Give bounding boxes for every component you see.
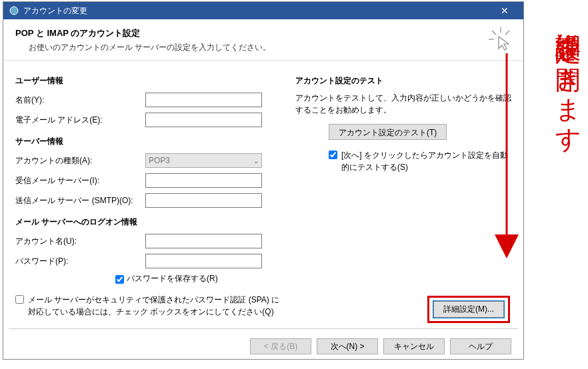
app-icon bbox=[9, 5, 19, 16]
test-heading: アカウント設定のテスト bbox=[295, 75, 511, 87]
svg-line-2 bbox=[492, 31, 496, 35]
titlebar: アカウントの変更 ✕ bbox=[3, 2, 523, 19]
right-column: アカウント設定のテスト アカウントをテストして、入力内容が正しいかどうかを確認す… bbox=[295, 73, 511, 322]
account-type-select: POP3 ⌄ bbox=[145, 153, 262, 168]
account-change-dialog: アカウントの変更 ✕ POP と IMAP のアカウント設定 お使いのアカウント… bbox=[3, 1, 524, 360]
help-button[interactable]: ヘルプ bbox=[450, 338, 511, 354]
advanced-settings-button[interactable]: 詳細設定(M)... bbox=[433, 301, 504, 318]
svg-point-0 bbox=[10, 7, 18, 15]
account-type-label: アカウントの種類(A): bbox=[15, 155, 145, 167]
user-info-heading: ユーザー情報 bbox=[15, 75, 282, 87]
cursor-click-icon bbox=[489, 27, 513, 51]
cancel-button[interactable]: キャンセル bbox=[383, 338, 445, 354]
left-column: ユーザー情報 名前(Y): 電子メール アドレス(E): サーバー情報 アカウン… bbox=[15, 73, 282, 322]
outgoing-server-label: 送信メール サーバー (SMTP)(O): bbox=[15, 195, 145, 206]
close-icon: ✕ bbox=[501, 5, 509, 16]
logon-info-heading: メール サーバーへのログオン情報 bbox=[15, 216, 282, 228]
auto-test-label: [次へ] をクリックしたらアカウント設定を自動的にテストする(S) bbox=[341, 149, 511, 173]
window-title: アカウントの変更 bbox=[23, 5, 87, 17]
spa-checkbox[interactable] bbox=[15, 295, 24, 304]
password-input[interactable] bbox=[145, 254, 262, 268]
header-section: POP と IMAP のアカウント設定 お使いのアカウントのメール サーバーの設… bbox=[3, 19, 523, 61]
outgoing-server-input[interactable] bbox=[145, 193, 262, 208]
name-label: 名前(Y): bbox=[15, 95, 145, 106]
account-type-value: POP3 bbox=[149, 156, 170, 165]
content-area: ユーザー情報 名前(Y): 電子メール アドレス(E): サーバー情報 アカウン… bbox=[3, 61, 523, 328]
next-button[interactable]: 次へ(N) > bbox=[317, 338, 378, 354]
save-password-label: パスワードを保存する(R) bbox=[127, 273, 218, 284]
chevron-down-icon: ⌄ bbox=[253, 157, 259, 165]
email-input[interactable] bbox=[145, 113, 262, 127]
test-description: アカウントをテストして、入力内容が正しいかどうかを確認することをお勧めします。 bbox=[295, 92, 511, 116]
svg-line-3 bbox=[505, 31, 509, 35]
incoming-server-label: 受信メール サーバー(I): bbox=[15, 175, 145, 186]
spa-label: メール サーバーがセキュリティで保護されたパスワード認証 (SPA) に対応して… bbox=[28, 294, 282, 318]
name-input[interactable] bbox=[145, 93, 262, 107]
email-label: 電子メール アドレス(E): bbox=[15, 115, 145, 126]
advanced-settings-highlight: 詳細設定(M)... bbox=[427, 296, 510, 323]
server-info-heading: サーバー情報 bbox=[15, 136, 282, 147]
annotation-text: 詳細設定を開きます bbox=[553, 13, 581, 140]
test-account-button[interactable]: アカウント設定のテスト(T) bbox=[329, 124, 447, 140]
header-subtitle: お使いのアカウントのメール サーバーの設定を入力してください。 bbox=[15, 42, 511, 53]
close-button[interactable]: ✕ bbox=[491, 2, 518, 19]
footer-buttons: < 戻る(B) 次へ(N) > キャンセル ヘルプ bbox=[3, 329, 523, 364]
save-password-checkbox[interactable] bbox=[115, 275, 124, 284]
back-button: < 戻る(B) bbox=[250, 338, 311, 354]
header-title: POP と IMAP のアカウント設定 bbox=[15, 27, 511, 39]
incoming-server-input[interactable] bbox=[145, 173, 262, 188]
account-name-input[interactable] bbox=[145, 234, 262, 248]
password-label: パスワード(P): bbox=[15, 256, 145, 267]
account-name-label: アカウント名(U): bbox=[15, 236, 145, 247]
auto-test-checkbox[interactable] bbox=[329, 151, 337, 159]
